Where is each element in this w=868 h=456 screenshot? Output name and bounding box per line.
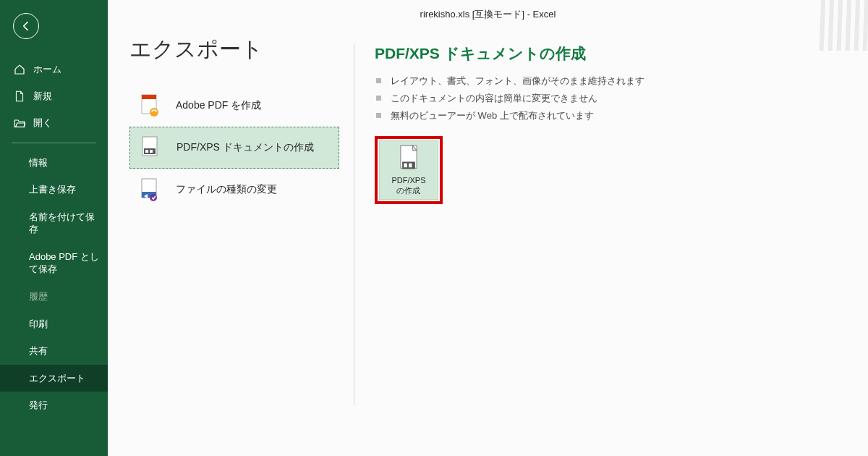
highlight-annotation: PDF/XPS の作成 — [375, 136, 443, 204]
window-title: rirekisho.xls [互換モード] - Excel — [108, 0, 868, 29]
export-options-list: Adobe PDF を作成 PDF/XPS ドキュメントの作成 ファイルの種類の… — [129, 85, 339, 211]
sidebar-item-export[interactable]: エクスポート — [0, 365, 108, 392]
detail-bullet-list: レイアウト、書式、フォント、画像がそのまま維持されます このドキュメントの内容は… — [375, 72, 644, 124]
sidebar-item-label: 開く — [33, 117, 52, 130]
svg-rect-12 — [404, 164, 407, 168]
document-icon — [13, 90, 26, 102]
sidebar-item-share[interactable]: 共有 — [0, 337, 108, 365]
export-option-change-filetype[interactable]: ファイルの種類の変更 — [129, 169, 339, 211]
export-option-label: Adobe PDF を作成 — [176, 99, 261, 112]
sidebar-item-saveas[interactable]: 名前を付けて保存 — [0, 203, 108, 243]
sidebar-item-publish[interactable]: 発行 — [0, 392, 108, 419]
home-icon — [13, 64, 26, 75]
svg-rect-5 — [145, 150, 148, 153]
svg-point-9 — [150, 194, 157, 201]
export-option-label: PDF/XPS ドキュメントの作成 — [176, 141, 314, 154]
sidebar-item-home[interactable]: ホーム — [0, 56, 108, 83]
svg-rect-1 — [142, 95, 156, 99]
detail-bullet: レイアウト、書式、フォント、画像がそのまま維持されます — [375, 72, 644, 90]
svg-rect-13 — [409, 164, 412, 168]
backstage-sidebar: ホーム 新規 開く 情報 上書き保存 名前を付けて保存 Adobe PDF とし… — [0, 0, 108, 456]
detail-bullet: 無料のビューアーが Web 上で配布されています — [375, 107, 644, 124]
svg-rect-6 — [150, 150, 153, 153]
sidebar-item-print[interactable]: 印刷 — [0, 311, 108, 338]
pdf-xps-large-icon — [396, 144, 421, 173]
svg-point-2 — [150, 108, 158, 117]
sidebar-item-new[interactable]: 新規 — [0, 83, 108, 110]
sidebar-item-history[interactable]: 履歴 — [0, 283, 108, 311]
export-option-label: ファイルの種類の変更 — [176, 183, 277, 196]
sidebar-item-info[interactable]: 情報 — [0, 149, 108, 177]
folder-open-icon — [13, 118, 26, 128]
sidebar-item-open[interactable]: 開く — [0, 110, 108, 137]
sidebar-item-save[interactable]: 上書き保存 — [0, 176, 108, 203]
adobe-pdf-icon — [137, 93, 163, 119]
pdf-xps-icon — [137, 135, 163, 161]
vertical-divider — [354, 43, 354, 405]
export-option-pdf-xps[interactable]: PDF/XPS ドキュメントの作成 — [129, 127, 339, 169]
sidebar-item-label: 新規 — [33, 90, 52, 103]
detail-bullet: このドキュメントの内容は簡単に変更できません — [375, 90, 644, 107]
arrow-left-icon — [20, 20, 32, 32]
page-title: エクスポート — [129, 35, 346, 64]
export-option-adobe-pdf[interactable]: Adobe PDF を作成 — [129, 85, 339, 127]
back-button[interactable] — [13, 13, 39, 39]
sidebar-item-adobe-pdf-save[interactable]: Adobe PDF として保存 — [0, 243, 108, 283]
detail-title: PDF/XPS ドキュメントの作成 — [375, 43, 644, 64]
sidebar-separator — [12, 143, 96, 143]
create-pdf-xps-label: PDF/XPS の作成 — [391, 176, 425, 196]
create-pdf-xps-button[interactable]: PDF/XPS の作成 — [379, 140, 438, 200]
change-filetype-icon — [137, 177, 163, 203]
sidebar-item-label: ホーム — [33, 64, 61, 76]
